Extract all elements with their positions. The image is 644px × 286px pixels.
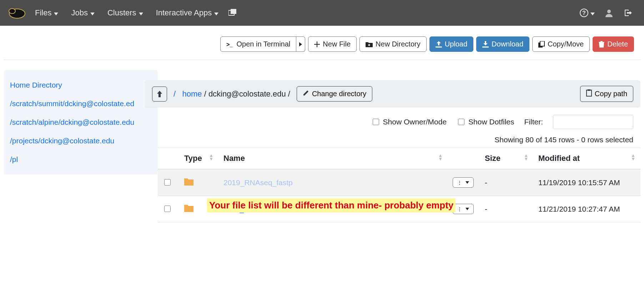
show-owner-toggle[interactable]: Show Owner/Mode	[371, 118, 447, 126]
file-toolbar: >_ Open in Terminal New File New Directo…	[4, 26, 640, 60]
change-directory-label: Change directory	[312, 90, 366, 98]
row-size: -	[480, 196, 533, 222]
delete-label: Delete	[607, 40, 628, 48]
logout-icon	[623, 9, 632, 17]
file-table: Type ▲▼ Name ▲▼ Size ▲▼ M	[158, 148, 640, 222]
open-terminal-button[interactable]: >_ Open in Terminal	[220, 36, 296, 52]
nav-jobs[interactable]: Jobs	[65, 0, 101, 26]
terminal-icon: >_	[226, 41, 233, 47]
open-terminal-label: Open in Terminal	[236, 40, 290, 48]
show-owner-label: Show Owner/Mode	[383, 118, 447, 126]
nav-windows-icon[interactable]	[225, 0, 243, 26]
svg-rect-17	[588, 89, 590, 91]
nav-help[interactable]: ?	[575, 9, 600, 17]
change-directory-button[interactable]: Change directory	[297, 86, 372, 102]
caret-down-icon	[466, 208, 469, 210]
copy-path-label: Copy path	[595, 90, 627, 98]
breadcrumb-current: dcking@colostate.edu /	[208, 89, 290, 98]
app-logo	[7, 6, 29, 20]
show-owner-checkbox[interactable]	[373, 119, 379, 125]
nav-clusters-label: Clusters	[107, 8, 136, 18]
nav-clusters[interactable]: Clusters	[101, 0, 150, 26]
upload-label: Upload	[445, 40, 467, 48]
up-directory-button[interactable]	[152, 87, 167, 102]
filter-row: Show Owner/Mode Show Dotfiles Filter:	[158, 115, 640, 133]
show-dotfiles-checkbox[interactable]	[458, 119, 464, 125]
caret-down-icon	[90, 8, 95, 18]
caret-down-icon	[54, 8, 58, 18]
sidebar-item-scratch-summit[interactable]: /scratch/summit/dcking@colostate.ed	[10, 94, 151, 113]
caret-down-icon	[466, 181, 469, 184]
kebab-icon: ⋮	[457, 180, 462, 185]
new-directory-button[interactable]: New Directory	[359, 36, 427, 52]
row-checkbox[interactable]	[164, 206, 171, 212]
help-icon: ?	[580, 9, 588, 17]
sidebar-item-projects[interactable]: /projects/dcking@colostate.edu	[10, 132, 151, 150]
svg-marker-3	[90, 13, 95, 15]
open-terminal-group: >_ Open in Terminal	[220, 36, 305, 52]
col-size[interactable]: Size ▲▼	[480, 148, 533, 169]
upload-icon	[436, 41, 442, 48]
svg-marker-18	[466, 181, 469, 184]
col-modified[interactable]: Modified at ▲▼	[533, 148, 640, 169]
delete-button[interactable]: Delete	[593, 36, 634, 52]
status-text: Showing 80 of 145 rows - 0 rows selected	[158, 133, 640, 148]
sidebar-item-scratch-alpine[interactable]: /scratch/alpine/dcking@colostate.edu	[10, 113, 151, 132]
open-terminal-dropdown[interactable]	[296, 36, 305, 52]
filter-label: Filter:	[524, 118, 543, 126]
nav-logout[interactable]	[618, 9, 637, 17]
file-name-link[interactable]: bash_tests	[223, 205, 260, 213]
show-dotfiles-toggle[interactable]: Show Dotfiles	[457, 118, 514, 126]
nav-jobs-label: Jobs	[71, 8, 87, 18]
row-actions-button[interactable]: ⋮	[453, 177, 474, 188]
new-file-label: New File	[323, 40, 351, 48]
row-checkbox[interactable]	[164, 179, 171, 186]
nav-files-label: Files	[35, 8, 51, 18]
svg-point-1	[9, 9, 15, 14]
sidebar-item-home[interactable]: Home Directory	[10, 76, 151, 94]
nav-files[interactable]: Files	[29, 0, 65, 26]
row-modified: 11/19/2019 10:15:57 AM	[533, 169, 640, 196]
breadcrumb-root[interactable]: /	[173, 89, 176, 98]
breadcrumb-sep: /	[204, 89, 208, 98]
copy-move-button[interactable]: Copy/Move	[532, 36, 590, 52]
svg-rect-7	[231, 9, 236, 14]
copy-move-label: Copy/Move	[548, 40, 584, 48]
svg-marker-10	[590, 13, 595, 15]
download-button[interactable]: Download	[476, 36, 529, 52]
sort-icon: ▲▼	[438, 154, 443, 161]
folder-icon	[184, 179, 193, 187]
edit-icon	[303, 90, 309, 98]
user-icon	[605, 9, 613, 17]
arrow-up-icon	[156, 91, 163, 97]
upload-button[interactable]: Upload	[429, 36, 473, 52]
plus-icon	[314, 41, 320, 47]
download-icon	[482, 41, 489, 48]
file-panel: / home / dcking@colostate.edu / Change d…	[158, 70, 640, 222]
windows-icon	[228, 9, 237, 17]
copy-path-button[interactable]: Copy path	[580, 86, 633, 102]
breadcrumb-home[interactable]: home	[182, 89, 202, 98]
row-actions-button[interactable]: ⋮	[453, 204, 474, 214]
filter-input[interactable]	[553, 115, 633, 129]
row-modified: 11/21/2019 10:27:47 AM	[533, 196, 640, 222]
folder-plus-icon	[366, 41, 373, 47]
kebab-icon: ⋮	[457, 206, 462, 212]
nav-interactive-apps[interactable]: Interactive Apps	[150, 0, 225, 26]
svg-marker-13	[299, 42, 302, 46]
nav-interactive-apps-label: Interactive Apps	[156, 8, 212, 18]
sidebar-item-pl[interactable]: /pl	[10, 150, 151, 169]
file-name-link[interactable]: 2019_RNAseq_fastp	[223, 178, 293, 187]
caret-down-icon	[590, 9, 595, 17]
directory-sidebar: Home Directory /scratch/summit/dcking@co…	[4, 70, 158, 174]
new-file-button[interactable]: New File	[308, 36, 357, 52]
sort-icon: ▲▼	[524, 154, 528, 161]
svg-marker-19	[466, 208, 469, 210]
folder-icon	[184, 205, 193, 213]
svg-marker-4	[139, 13, 143, 15]
col-name[interactable]: Name ▲▼	[218, 148, 448, 169]
table-row[interactable]: bash_tests ⋮ - 11/21/2019 10:27:47 AM	[158, 196, 640, 222]
table-row[interactable]: 2019_RNAseq_fastp ⋮ - 11/19/2019 10:15:5…	[158, 169, 640, 196]
col-type[interactable]: Type ▲▼	[179, 148, 218, 169]
nav-user[interactable]	[600, 9, 618, 17]
